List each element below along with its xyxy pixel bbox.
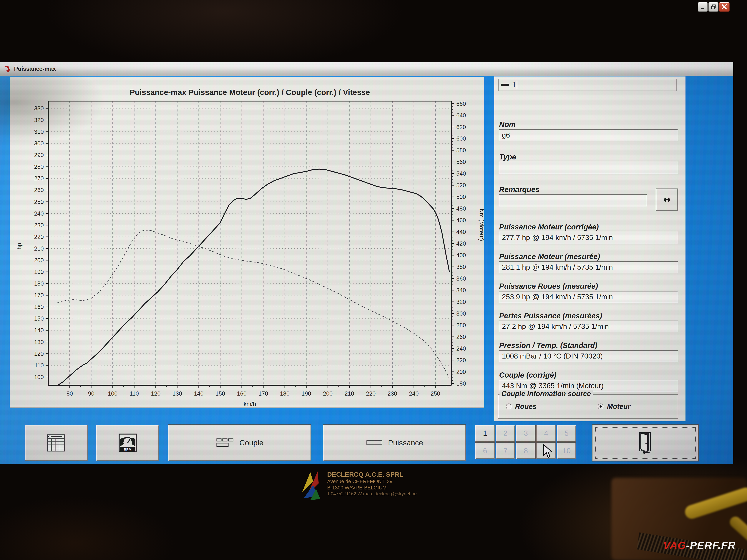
chart-text: 480	[456, 205, 466, 212]
puissance-button-label: Puissance	[388, 438, 423, 447]
chart-text: 260	[34, 187, 44, 193]
restore-button[interactable]	[709, 2, 719, 12]
rpm-view-button[interactable]: RPM	[96, 425, 159, 461]
run-button-2[interactable]: 2	[496, 425, 515, 442]
remarques-input[interactable]	[499, 194, 647, 207]
chart-text: 180	[280, 390, 289, 397]
result-label: Pression / Temp. (Standard)	[499, 341, 597, 350]
close-button[interactable]	[719, 2, 729, 12]
chart-text: 320	[34, 117, 44, 123]
chart-text: 600	[456, 135, 466, 142]
watermark-brand: VAG	[663, 539, 686, 551]
dyno-chart: 1001101201301401501601701801902002102202…	[10, 77, 484, 407]
window-titlebar[interactable]: Puissance-max	[0, 62, 733, 76]
chart-text: 110	[130, 390, 139, 397]
chart-text: 150	[215, 390, 225, 397]
result-value: 27.2 hp @ 194 km/h / 5735 1/min	[499, 321, 678, 332]
type-input[interactable]	[499, 162, 678, 174]
chart-text: 200	[456, 369, 466, 375]
chart-text: 190	[34, 269, 44, 275]
chart-text: 260	[456, 334, 466, 340]
nom-input[interactable]: g6	[499, 129, 678, 141]
run-number-value: 1	[512, 81, 516, 89]
remarques-label: Remarques	[499, 185, 540, 194]
chart-text: 90	[88, 390, 94, 397]
exit-door-icon	[637, 431, 654, 455]
power-curve	[58, 169, 449, 385]
solid-legend-icon	[366, 439, 383, 446]
minimize-button[interactable]	[698, 2, 708, 12]
chart-text: 270	[34, 175, 44, 182]
chart-text: 170	[258, 390, 268, 397]
chart-text: 240	[456, 345, 466, 352]
chart-text: 420	[456, 240, 466, 247]
run-button-6[interactable]: 6	[475, 443, 495, 459]
torque-curve	[57, 230, 449, 378]
chart-text: 500	[456, 194, 466, 200]
run-button-5[interactable]: 5	[557, 425, 576, 442]
chart-text: 640	[456, 112, 466, 119]
chart-text: 180	[456, 380, 466, 387]
chart-text: 520	[456, 182, 466, 188]
chart-text: 300	[34, 140, 44, 147]
run-button-10[interactable]: 10	[557, 443, 576, 459]
table-view-button[interactable]	[25, 425, 87, 461]
chart-text: 290	[34, 152, 44, 158]
couple-curve-button[interactable]: Couple	[168, 425, 311, 461]
radio-moteur[interactable]	[598, 403, 603, 409]
minimize-icon	[700, 4, 705, 10]
nom-label: Nom	[499, 120, 516, 129]
chart-text: 80	[67, 390, 73, 397]
chart-text: 220	[456, 357, 466, 364]
chart-text: 250	[34, 199, 44, 205]
chart-text: 400	[456, 252, 466, 259]
rpm-gauge-icon: RPM	[119, 433, 137, 453]
chart-text: 120	[151, 390, 161, 397]
radio-moteur-label[interactable]: Moteur	[607, 403, 630, 410]
sticker-logo	[300, 470, 323, 502]
run-button-4[interactable]: 4	[537, 425, 556, 442]
chart-text: 220	[34, 234, 44, 240]
result-label: Puissance Moteur (corrigée)	[499, 223, 599, 231]
run-button-3[interactable]: 3	[516, 425, 535, 442]
result-label: Puissance Roues (mesurée)	[499, 282, 598, 290]
chart-text: 220	[366, 390, 376, 397]
chart-text: 340	[456, 287, 466, 294]
chart-text: 460	[456, 217, 466, 223]
chart-text: 620	[456, 124, 466, 130]
chart-text: 140	[194, 390, 204, 397]
sticker-company: DECLERCQ A.C.E. SPRL	[327, 470, 417, 479]
sticker-contact: T:0475271162 W:marc.declercq@skynet.be	[327, 491, 417, 497]
chart-text: 660	[456, 101, 466, 107]
minus-bar-icon	[500, 84, 509, 86]
run-button-1[interactable]: 1	[475, 425, 495, 442]
chart-text: 140	[34, 327, 44, 334]
sticker-city: B-1300 WAVRE-BELGIUM	[327, 485, 417, 491]
radio-roues-label[interactable]: Roues	[515, 403, 537, 410]
text-caret	[517, 81, 517, 89]
run-button-7[interactable]: 7	[496, 443, 515, 459]
run-button-8[interactable]: 8	[516, 443, 535, 459]
exit-button[interactable]	[592, 425, 698, 461]
run-number-field[interactable]: 1	[498, 79, 677, 91]
chart-text: 130	[173, 390, 182, 397]
left-axis-title: hp	[16, 243, 22, 249]
radio-roues[interactable]	[506, 403, 512, 409]
left-right-arrow-icon	[662, 196, 672, 203]
svg-text:RPM: RPM	[124, 448, 132, 452]
chart-text: 230	[388, 390, 397, 397]
chart-text: 280	[34, 163, 44, 170]
chart-text: 230	[34, 222, 44, 229]
puissance-curve-button[interactable]: Puissance	[323, 425, 466, 461]
type-label: Type	[499, 153, 516, 161]
chart-text: 100	[34, 374, 44, 380]
chart-text: 310	[34, 129, 44, 135]
result-value: 253.9 hp @ 194 km/h / 5735 1/min	[499, 291, 678, 303]
chart-text: 380	[456, 264, 466, 270]
chart-text: 360	[456, 275, 466, 282]
photo-of-monitor: { "window": { "title": "Puissance-max" }…	[0, 0, 747, 560]
remarques-expand-button[interactable]	[656, 189, 678, 211]
mouse-cursor	[543, 444, 555, 460]
result-value: 281.1 hp @ 194 km/h / 5735 1/min	[499, 261, 678, 273]
result-label: Pertes Puissance (mesurées)	[499, 312, 602, 320]
